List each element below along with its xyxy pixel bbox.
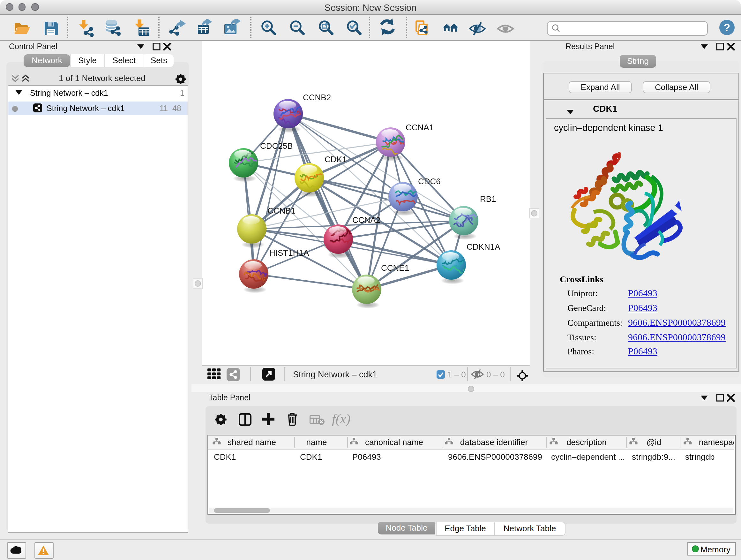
svg-text:?: ?: [724, 21, 731, 33]
svg-text:CDK1: CDK1: [325, 154, 347, 164]
svg-text:CCNA2: CCNA2: [352, 215, 381, 225]
svg-text:CDKN1A: CDKN1A: [467, 242, 500, 251]
svg-text:HIST1H1A: HIST1H1A: [269, 248, 309, 257]
svg-text:CCNB1: CCNB1: [267, 206, 295, 215]
svg-text:CCNB2: CCNB2: [303, 92, 331, 102]
svg-text:CDC25B: CDC25B: [260, 141, 293, 150]
svg-text:CDC6: CDC6: [418, 176, 441, 186]
svg-text:CCNE1: CCNE1: [381, 263, 409, 272]
svg-text:RB1: RB1: [480, 194, 496, 203]
svg-text:CCNA1: CCNA1: [406, 122, 434, 132]
